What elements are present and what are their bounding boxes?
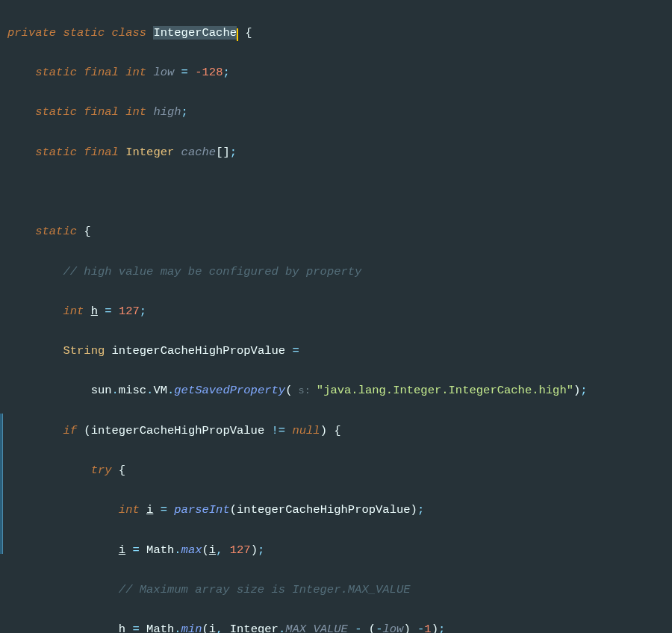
code-line[interactable]: // high value may be configured by prope…: [7, 262, 672, 282]
pkg-sun: sun: [91, 384, 112, 397]
gutter-change-marker: [0, 414, 3, 554]
keyword-try: try: [91, 464, 112, 477]
dot: .: [146, 384, 153, 397]
literal-number: -128: [195, 66, 223, 79]
arg-i: i: [209, 623, 216, 633]
comma: ,: [216, 543, 223, 557]
brackets: []: [216, 146, 230, 159]
keyword-static: static: [35, 105, 77, 119]
brace-open: {: [245, 26, 252, 40]
keyword-static: static: [63, 26, 105, 40]
string-literal: "java.lang.Integer.IntegerCache.high": [317, 384, 573, 397]
code-line[interactable]: if (integerCacheHighPropValue != null) {: [7, 421, 672, 441]
method-parseint: parseInt: [174, 503, 229, 517]
paren-open: (: [369, 623, 376, 633]
literal-number: 127: [230, 543, 251, 557]
keyword-int: int: [125, 105, 146, 119]
dot: .: [167, 384, 174, 397]
op-eq: =: [132, 623, 139, 633]
method-min: min: [181, 623, 202, 633]
paren-open: (: [202, 543, 209, 557]
code-line[interactable]: static final int high;: [7, 102, 672, 122]
method-getsavedproperty: getSavedProperty: [174, 384, 285, 397]
field-high: high: [153, 105, 181, 119]
paren-open: (: [84, 424, 90, 437]
op-eq: =: [105, 305, 111, 318]
op-minus: -: [355, 623, 361, 633]
field-cache: cache: [181, 146, 217, 159]
code-line[interactable]: sun.misc.VM.getSavedProperty( s: "java.l…: [7, 381, 672, 401]
type-integer: Integer: [125, 146, 174, 159]
keyword-class: class: [112, 26, 147, 40]
code-line[interactable]: i = Math.max(i, 127);: [7, 540, 672, 561]
paren-close: ): [320, 424, 327, 437]
code-line-empty[interactable]: [7, 182, 672, 202]
code-line[interactable]: static {: [7, 222, 672, 242]
comment: // Maximum array size is Integer.MAX_VAL…: [119, 583, 411, 596]
brace-open: {: [334, 424, 340, 437]
literal-number: 127: [119, 305, 140, 318]
op-eq: =: [181, 66, 188, 79]
var-arg: integerCacheHighPropValue: [237, 503, 411, 517]
field-low: low: [153, 66, 174, 79]
keyword-static: static: [35, 225, 77, 238]
semicolon: ;: [140, 305, 146, 318]
semicolon: ;: [417, 503, 424, 517]
cls-integer: Integer: [230, 623, 279, 633]
cls-vm: VM: [153, 384, 167, 397]
paren-open: (: [230, 503, 237, 517]
paren-open: (: [202, 623, 209, 633]
method-max: max: [181, 543, 202, 557]
code-line[interactable]: static final Integer cache[];: [7, 143, 672, 163]
dot: .: [279, 623, 285, 633]
var-prop-value: integerCacheHighPropValue: [91, 424, 265, 437]
arg-i: i: [209, 543, 216, 557]
code-line[interactable]: // Maximum array size is Integer.MAX_VAL…: [7, 580, 672, 600]
keyword-static: static: [35, 66, 77, 79]
paren-close: ): [432, 623, 438, 633]
code-line[interactable]: static final int low = -128;: [7, 63, 672, 83]
op-neq: !=: [272, 424, 286, 437]
code-line[interactable]: h = Math.min(i, Integer.MAX_VALUE - (-lo…: [7, 620, 672, 633]
code-line[interactable]: String integerCacheHighPropValue =: [7, 341, 672, 361]
comment: // high value may be configured by prope…: [63, 265, 361, 278]
semicolon: ;: [223, 66, 229, 79]
var-i: i: [146, 503, 153, 517]
comma: ,: [216, 623, 223, 633]
dot: .: [174, 623, 181, 633]
paren-close: ): [251, 543, 258, 557]
keyword-final: final: [84, 146, 119, 159]
paren-close: ): [573, 384, 580, 397]
code-line[interactable]: int h = 127;: [7, 302, 672, 322]
code-line[interactable]: try {: [7, 461, 672, 481]
var-h: h: [91, 305, 98, 318]
code-line[interactable]: int i = parseInt(integerCacheHighPropVal…: [7, 500, 672, 520]
keyword-final: final: [84, 105, 119, 119]
op-eq: =: [132, 543, 139, 557]
code-line[interactable]: private static class IntegerCache {: [7, 23, 672, 43]
op-minus: -: [417, 623, 424, 633]
semicolon: ;: [258, 543, 264, 557]
var-prop-value: integerCacheHighPropValue: [112, 344, 286, 358]
var-h: h: [119, 623, 125, 633]
semicolon: ;: [230, 146, 237, 159]
class-name-selected[interactable]: IntegerCache: [153, 26, 237, 40]
semicolon: ;: [181, 105, 188, 119]
var-i: i: [119, 543, 125, 557]
type-string: String: [63, 344, 105, 358]
literal-number: 1: [424, 623, 431, 633]
op-eq: =: [161, 503, 167, 517]
param-hint: s:: [292, 385, 316, 396]
paren-close: ): [403, 623, 410, 633]
text-cursor: [237, 28, 238, 41]
keyword-if: if: [63, 424, 77, 437]
cls-math: Math: [146, 623, 174, 633]
code-editor[interactable]: private static class IntegerCache { stat…: [0, 3, 672, 633]
keyword-int: int: [125, 66, 146, 79]
keyword-private: private: [7, 26, 56, 40]
const-maxvalue: MAX_VALUE: [285, 623, 348, 633]
keyword-int: int: [119, 503, 140, 517]
cls-math: Math: [146, 543, 174, 557]
semicolon: ;: [438, 623, 445, 633]
keyword-null: null: [292, 424, 320, 437]
